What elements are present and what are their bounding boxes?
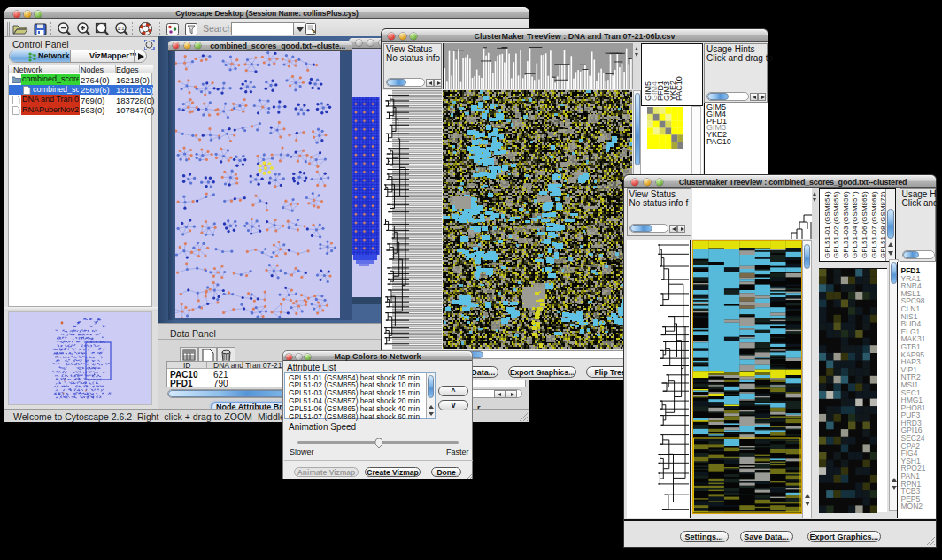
svg-text:1:1: 1:1 — [117, 26, 125, 31]
